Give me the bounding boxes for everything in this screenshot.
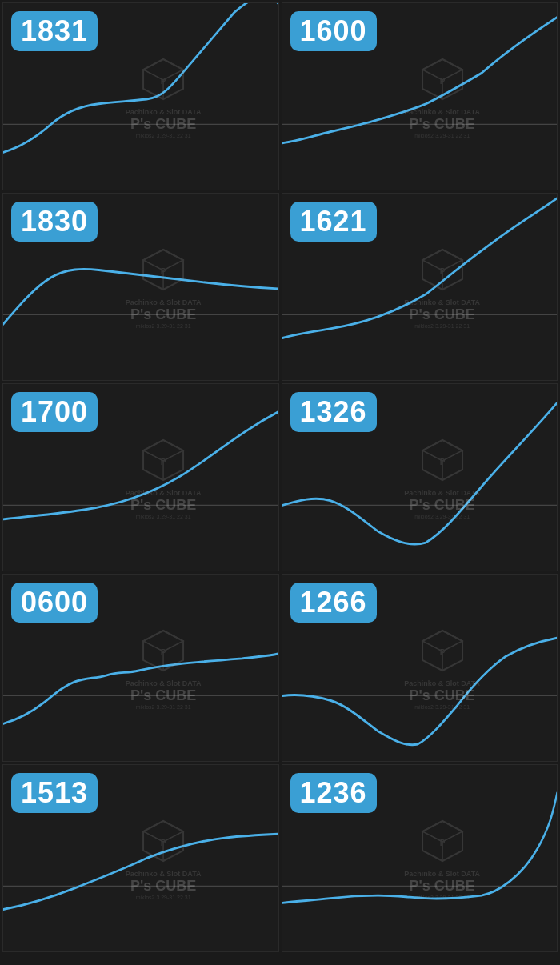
number-badge: 1236 [290,773,377,813]
brand-line2: P's CUBE [404,306,480,323]
number-badge: 1266 [290,583,377,623]
brand-line3: miklos2 3.29-31 22 31 [404,704,480,710]
svg-text:P: P [439,77,445,86]
svg-line-14 [442,70,462,80]
number-badge: 1326 [290,392,377,432]
number-badge: 1830 [11,202,98,242]
brand-line3: miklos2 3.29-31 22 31 [126,895,202,900]
brand-line2: P's CUBE [404,116,480,133]
number-badge: 1831 [11,11,98,51]
watermark: P Pachinko & Slot DATAP's CUBEmiklos2 3.… [126,55,202,138]
card-1266[interactable]: 1266 P Pachinko & Slot DATAP's CUBEmiklo… [282,574,558,762]
brand-line3: miklos2 3.29-31 22 31 [404,133,480,138]
svg-line-6 [163,70,183,80]
brand-line3: miklos2 3.29-31 22 31 [126,704,202,710]
number-badge: 1513 [11,773,98,813]
brand-line2: P's CUBE [126,497,202,514]
brand-line2: P's CUBE [404,497,480,514]
watermark: P Pachinko & Slot DATAP's CUBEmiklos2 3.… [404,436,480,519]
watermark: P Pachinko & Slot DATAP's CUBEmiklos2 3.… [126,817,202,900]
svg-text:P: P [161,77,166,86]
watermark: P Pachinko & Slot DATAP's CUBEmiklos2 3.… [404,627,480,710]
brand-line2: P's CUBE [126,878,202,895]
number-badge: 1621 [290,202,377,242]
card-1831[interactable]: 1831 P Pachinko & Slot DATAP's CUBEmiklo… [2,2,279,190]
brand-line3: miklos2 3.29-31 22 31 [404,895,480,900]
svg-line-30 [442,260,462,270]
card-1513[interactable]: 1513 P Pachinko & Slot DATAP's CUBEmiklo… [2,764,279,952]
svg-text:P: P [439,648,445,657]
svg-line-78 [442,831,462,842]
brand-line1: Pachinko & Slot DATA [404,489,480,497]
brand-line1: Pachinko & Slot DATA [126,679,202,687]
brand-line3: miklos2 3.29-31 22 31 [404,323,480,329]
watermark: P Pachinko & Slot DATAP's CUBEmiklos2 3.… [126,246,202,329]
brand-line2: P's CUBE [126,116,202,133]
svg-line-54 [163,641,183,651]
svg-text:P: P [161,267,166,276]
svg-line-70 [163,831,183,842]
brand-line2: P's CUBE [404,878,480,895]
watermark: P Pachinko & Slot DATAP's CUBEmiklos2 3.… [404,246,480,329]
brand-line1: Pachinko & Slot DATA [126,108,202,116]
card-1621[interactable]: 1621 P Pachinko & Slot DATAP's CUBEmiklo… [282,193,558,381]
brand-line3: miklos2 3.29-31 22 31 [126,133,202,138]
number-badge: 0600 [11,583,98,623]
brand-line2: P's CUBE [404,687,480,704]
number-badge: 1600 [290,11,377,51]
svg-line-46 [442,450,462,461]
card-1700[interactable]: 1700 P Pachinko & Slot DATAP's CUBEmiklo… [2,383,279,571]
brand-line3: miklos2 3.29-31 22 31 [126,514,202,519]
brand-line3: miklos2 3.29-31 22 31 [126,323,202,329]
svg-text:P: P [161,648,166,657]
svg-line-22 [163,260,183,270]
svg-line-62 [442,641,462,651]
watermark: P Pachinko & Slot DATAP's CUBEmiklos2 3.… [126,436,202,519]
svg-text:P: P [161,458,166,466]
brand-line1: Pachinko & Slot DATA [126,298,202,306]
card-1326[interactable]: 1326 P Pachinko & Slot DATAP's CUBEmiklo… [282,383,558,571]
svg-line-38 [163,450,183,461]
brand-line1: Pachinko & Slot DATA [404,108,480,116]
card-grid: 1831 P Pachinko & Slot DATAP's CUBEmiklo… [0,0,560,955]
brand-line1: Pachinko & Slot DATA [404,298,480,306]
brand-line1: Pachinko & Slot DATA [404,679,480,687]
card-1236[interactable]: 1236 P Pachinko & Slot DATAP's CUBEmiklo… [282,764,558,952]
brand-line2: P's CUBE [126,687,202,704]
svg-text:P: P [439,267,445,276]
brand-line3: miklos2 3.29-31 22 31 [404,514,480,519]
watermark: P Pachinko & Slot DATAP's CUBEmiklos2 3.… [404,55,480,138]
svg-text:P: P [439,458,445,466]
brand-line2: P's CUBE [126,306,202,323]
brand-line1: Pachinko & Slot DATA [126,489,202,497]
svg-text:P: P [439,839,445,847]
brand-line1: Pachinko & Slot DATA [126,870,202,878]
number-badge: 1700 [11,392,98,432]
watermark: P Pachinko & Slot DATAP's CUBEmiklos2 3.… [404,817,480,900]
card-1830[interactable]: 1830 P Pachinko & Slot DATAP's CUBEmiklo… [2,193,279,381]
watermark: P Pachinko & Slot DATAP's CUBEmiklos2 3.… [126,627,202,710]
card-1600[interactable]: 1600 P Pachinko & Slot DATAP's CUBEmiklo… [282,2,558,190]
svg-text:P: P [161,839,166,847]
card-0600[interactable]: 0600 P Pachinko & Slot DATAP's CUBEmiklo… [2,574,279,762]
brand-line1: Pachinko & Slot DATA [404,870,480,878]
